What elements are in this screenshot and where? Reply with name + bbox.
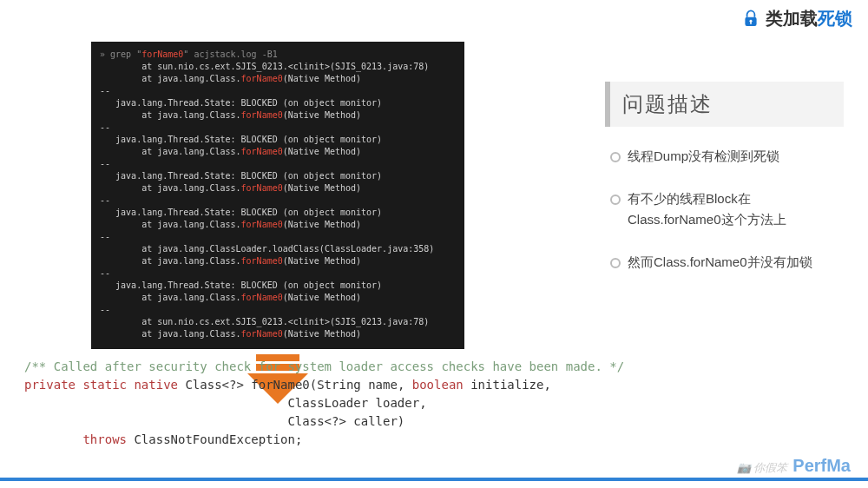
section-title: 问题描述 xyxy=(622,90,832,118)
code-keywords: private static native xyxy=(24,378,178,392)
code-snippet: /** Called after security check for syst… xyxy=(24,358,624,449)
section-title-box: 问题描述 xyxy=(605,82,844,127)
terminal-output: » grep "forName0" acjstack.log -B1 at su… xyxy=(91,42,464,349)
title-accent: 死锁 xyxy=(818,9,852,28)
list-item: 线程Dump没有检测到死锁 xyxy=(610,146,844,166)
slide-header: 类加载死锁 xyxy=(743,7,852,30)
code-keyword-throws: throws xyxy=(24,432,127,446)
code-text: ClassNotFoundException; xyxy=(127,432,302,446)
list-item: 有不少的线程Block在Class.forName0这个方法上 xyxy=(610,188,844,229)
list-item: 然而Class.forName0并没有加锁 xyxy=(610,252,844,272)
lock-icon xyxy=(743,10,759,29)
code-text: Class<?> forName0(String name, xyxy=(178,378,412,392)
footer-divider xyxy=(0,478,868,481)
code-keyword-boolean: boolean xyxy=(412,378,464,392)
title-plain: 类加载 xyxy=(766,9,818,28)
svg-rect-2 xyxy=(750,21,751,23)
watermark: 📷 你假笨 PerfMa xyxy=(737,456,851,476)
code-text: initialize, xyxy=(464,378,551,392)
watermark-attribution: 📷 你假笨 xyxy=(737,460,788,476)
sidebar: 问题描述 线程Dump没有检测到死锁 有不少的线程Block在Class.for… xyxy=(605,82,844,294)
brand-logo: PerfMa xyxy=(792,456,851,476)
code-line: ClassLoader loader, xyxy=(24,396,427,410)
code-line: Class<?> caller) xyxy=(24,414,404,428)
page-title: 类加载死锁 xyxy=(766,7,852,30)
code-comment: /** Called after security check for syst… xyxy=(24,359,624,373)
bullet-list: 线程Dump没有检测到死锁 有不少的线程Block在Class.forName0… xyxy=(605,146,844,272)
